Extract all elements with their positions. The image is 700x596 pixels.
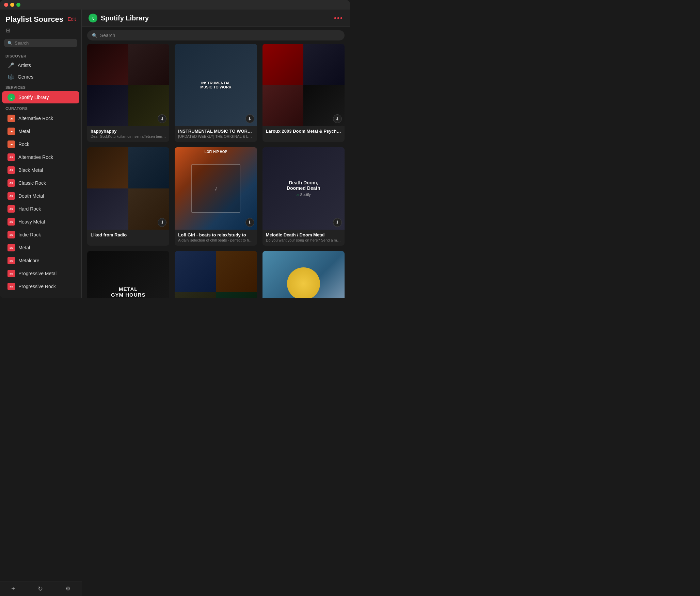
playlist-desc-instrumental: [UPDATED WEEKLY] THE ORIGINAL & LARG... xyxy=(178,134,253,138)
services-section-label: Services xyxy=(0,83,81,91)
sidebar-item-rock-discover-label: Rock xyxy=(18,142,29,147)
sidebar-search-bar[interactable]: 🔍 xyxy=(4,39,77,47)
maximize-button[interactable] xyxy=(16,3,20,7)
playlist-title-lofi-girl: Lofi Girl - beats to relax/study to xyxy=(178,232,253,237)
download-badge-instrumental[interactable]: ⬇ xyxy=(245,114,254,123)
playlist-item-metal-gym[interactable]: METALGYM HOURS ⬇ Metal Gym Hours Heavy m… xyxy=(87,251,169,298)
sidebar-item-metal-discover[interactable]: ☁ Metal xyxy=(2,125,79,137)
playlist-info-instrumental: INSTRUMENTAL MUSIC TO WORK TO: Chill,...… xyxy=(175,126,257,142)
sidebar-item-death-metal[interactable]: as Death Metal xyxy=(2,190,79,202)
sidebar-item-progressive-rock[interactable]: as Progressive Rock xyxy=(2,280,79,293)
sidebar: Playlist Sources Edit ⊞ 🔍 Discover 🎤 Art… xyxy=(0,10,82,298)
playlist-grid-container: ⬇ happyhappy Dear God;Kötü kullanıcını s… xyxy=(82,44,350,298)
playlist-thumb-lofi-girl: LOFI HIP HOP ♪ ⬇ xyxy=(175,147,257,229)
edit-button[interactable]: Edit xyxy=(68,16,76,22)
playlist-thumb-oyasumi: ⬇ xyxy=(262,251,345,298)
sidebar-item-progressive-rock-label: Progressive Rock xyxy=(18,284,56,289)
sidebar-item-alt-rock-discover-label: Alternative Rock xyxy=(18,116,53,121)
lastfm-icon-progressive-metal: as xyxy=(7,270,15,277)
download-badge-melodic-death[interactable]: ⬇ xyxy=(333,218,342,227)
sidebar-item-black-metal-label: Black Metal xyxy=(18,167,43,173)
lastfm-icon-metal: as xyxy=(7,244,15,251)
traffic-lights xyxy=(4,3,20,7)
playlist-title-liked-radio: Liked from Radio xyxy=(91,232,166,237)
sidebar-item-hard-rock[interactable]: as Hard Rock xyxy=(2,203,79,215)
sidebar-item-black-metal[interactable]: as Black Metal xyxy=(2,164,79,176)
sidebar-item-metalcore-label: Metalcore xyxy=(18,258,39,263)
lastfm-icon-indie-rock: as xyxy=(7,231,15,238)
sidebar-title: Playlist Sources xyxy=(5,15,63,24)
sidebar-item-indie-rock[interactable]: as Indie Rock xyxy=(2,229,79,241)
main-search-bar[interactable]: 🔍 xyxy=(87,30,345,40)
lastfm-icon-metalcore: as xyxy=(7,257,15,264)
cloud-icon-rock: ☁ xyxy=(7,140,15,148)
sidebar-search-icon: 🔍 xyxy=(7,41,13,46)
sidebar-item-artists[interactable]: 🎤 Artists xyxy=(2,60,79,71)
lastfm-icon-black-metal: as xyxy=(7,166,15,174)
discover-section-label: Discover xyxy=(0,51,81,60)
playlist-info-happyhappy: happyhappy Dear God;Kötü kullanıcını sen… xyxy=(87,126,169,142)
sidebar-item-metal-lastfm[interactable]: as Metal xyxy=(2,242,79,254)
sidebar-item-alt-rock-discover[interactable]: ☁ Alternative Rock xyxy=(2,112,79,125)
playlist-title-laroux: Laroux 2003 Doom Metal & Psychedelic xyxy=(266,129,341,134)
minimize-button[interactable] xyxy=(10,3,14,7)
playlist-thumb-osman: ⬇ xyxy=(175,251,257,298)
sidebar-item-heavy-metal[interactable]: as Heavy Metal xyxy=(2,216,79,228)
curators-section-label: Curators xyxy=(0,104,81,112)
sidebar-item-artists-label: Artists xyxy=(18,63,31,68)
playlist-thumb-instrumental: INSTRUMENTALMUSIC TO WORK ⬇ xyxy=(175,44,257,126)
playlist-thumb-liked-radio: ⬇ xyxy=(87,147,169,229)
cloud-icon-alt-rock: ☁ xyxy=(7,115,15,122)
playlist-desc-lofi-girl: A daily selection of chill beats - perfe… xyxy=(178,238,253,242)
playlist-thumb-happyhappy: ⬇ xyxy=(87,44,169,126)
sidebar-item-genres[interactable]: 🎼 Genres xyxy=(2,71,79,82)
lastfm-icon-heavy-metal: as xyxy=(7,218,15,226)
app-container: Playlist Sources Edit ⊞ 🔍 Discover 🎤 Art… xyxy=(0,10,350,298)
playlist-item-melodic-death[interactable]: Death Doom,Doomed Death ♫ Spotify ⬇ Melo… xyxy=(262,147,345,245)
playlist-item-instrumental[interactable]: INSTRUMENTALMUSIC TO WORK ⬇ INSTRUMENTAL… xyxy=(175,44,257,142)
playlist-item-lofi-girl[interactable]: LOFI HIP HOP ♪ ⬇ Lofi Girl - beats to re… xyxy=(175,147,257,245)
main-search-input[interactable] xyxy=(100,33,340,38)
sidebar-item-hard-rock-label: Hard Rock xyxy=(18,206,41,212)
sidebar-item-progressive-metal[interactable]: as Progressive Metal xyxy=(2,267,79,280)
cloud-icon-metal: ☁ xyxy=(7,128,15,135)
sidebar-item-progressive-metal-label: Progressive Metal xyxy=(18,271,57,276)
playlist-title-melodic-death: Melodic Death / Doom Metal xyxy=(266,232,341,237)
playlist-grid: ⬇ happyhappy Dear God;Kötü kullanıcını s… xyxy=(87,44,345,298)
sidebar-item-metalcore[interactable]: as Metalcore xyxy=(2,254,79,267)
sidebar-item-spotify-label: Spotify Library xyxy=(18,95,49,100)
sidebar-item-genres-label: Genres xyxy=(18,74,33,80)
artists-icon: 🎤 xyxy=(7,62,14,68)
lastfm-icon-death-metal: as xyxy=(7,192,15,200)
lastfm-icon-alt-rock: as xyxy=(7,153,15,161)
sidebar-search-input[interactable] xyxy=(15,40,74,46)
playlist-info-laroux: Laroux 2003 Doom Metal & Psychedelic xyxy=(262,126,345,138)
sidebar-item-classic-rock-label: Classic Rock xyxy=(18,180,46,186)
sidebar-item-rock-discover[interactable]: ☁ Rock xyxy=(2,138,79,150)
sidebar-item-death-metal-label: Death Metal xyxy=(18,193,44,199)
playlist-item-oyasumi[interactable]: ⬇ Oyasumi xyxy=(262,251,345,298)
sidebar-item-spotify-library[interactable]: ♫ Spotify Library xyxy=(2,91,79,103)
more-options-button[interactable]: ••• xyxy=(334,14,343,22)
main-header-title: Spotify Library xyxy=(101,14,149,22)
playlist-item-liked-radio[interactable]: ⬇ Liked from Radio xyxy=(87,147,169,245)
download-badge-lofi[interactable]: ⬇ xyxy=(245,218,254,227)
main-content: ♫ Spotify Library ••• 🔍 xyxy=(82,10,350,298)
lastfm-icon-classic-rock: as xyxy=(7,179,15,187)
playlist-desc-melodic-death: Do you want your song on here? Send a me… xyxy=(266,238,341,242)
playlist-thumb-laroux: ⬇ xyxy=(262,44,345,126)
playlist-thumb-metal-gym: METALGYM HOURS ⬇ xyxy=(87,251,169,298)
sidebar-item-classic-rock[interactable]: as Classic Rock xyxy=(2,177,79,189)
sidebar-item-alt-rock-lastfm[interactable]: as Alternative Rock xyxy=(2,151,79,163)
main-header: ♫ Spotify Library ••• xyxy=(82,10,350,27)
sidebar-item-metal-lastfm-label: Metal xyxy=(18,245,30,250)
playlist-item-laroux[interactable]: ⬇ Laroux 2003 Doom Metal & Psychedelic xyxy=(262,44,345,142)
playlist-thumb-melodic-death: Death Doom,Doomed Death ♫ Spotify ⬇ xyxy=(262,147,345,229)
download-badge-liked-radio[interactable]: ⬇ xyxy=(158,218,166,227)
sidebar-layout-icon[interactable]: ⊞ xyxy=(4,27,12,34)
sidebar-item-heavy-metal-label: Heavy Metal xyxy=(18,219,45,225)
close-button[interactable] xyxy=(4,3,8,7)
sidebar-item-indie-rock-label: Indie Rock xyxy=(18,232,41,237)
playlist-item-happyhappy[interactable]: ⬇ happyhappy Dear God;Kötü kullanıcını s… xyxy=(87,44,169,142)
playlist-item-osman[interactable]: ⬇ osman mümtaz rakmetıl xyxy=(175,251,257,298)
